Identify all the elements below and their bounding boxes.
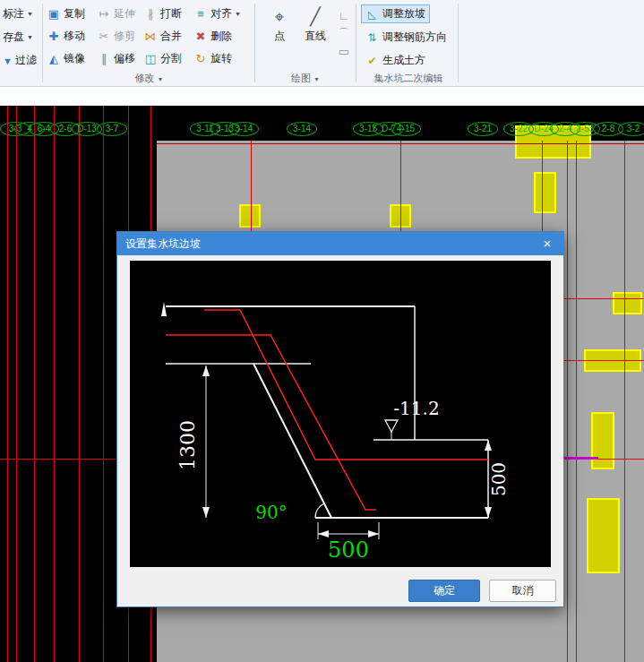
rebar-direction-icon: ⇅ [365,31,379,44]
trim-icon: ✂ [97,30,111,43]
mirror-button[interactable]: ◭ 镜像 [47,51,97,66]
right-height-label: 500 [488,462,510,496]
generate-earthwork-button[interactable]: ✔ 生成土方 [361,51,430,70]
grid-line-vertical [79,106,80,662]
line-tool[interactable]: ╱ 直线 [299,5,331,44]
grid-line-vertical [34,106,35,662]
quick-column: 标注 ▼ 存盘 ▼ ▼ 过滤 [0,0,42,86]
sump-pit-slope-dialog: 设置集水坑边坡 × [116,231,564,607]
offset-button[interactable]: ∥ 偏移 [97,51,143,66]
grid-line-vertical [54,106,55,662]
ribbon-separator [42,4,43,82]
break-label: 打断 [160,6,182,21]
generate-earthwork-label: 生成土方 [382,53,425,68]
rotate-icon: ↻ [193,52,208,65]
rectangle-tool-icon[interactable]: ▭ [335,43,353,61]
arrow-icon [485,440,492,451]
depth-dimension-label: 1300 [176,420,199,470]
dialog-title: 设置集水坑边坡 [125,237,201,250]
chevron-down-icon: ▼ [27,11,33,17]
trim-button[interactable]: ✂ 修剪 [97,29,143,44]
sump-pit-group: ◺ 调整放坡 ⇅ 调整钢筋方向 ✔ 生成土方 集水坑二次编辑 [358,0,459,86]
arc-tool-icon[interactable]: ⌒ [335,25,353,43]
arrow-icon [368,530,379,537]
axis-bubble: 3-2 [618,122,644,136]
ribbon-separator [356,4,356,82]
align-icon: ≡ [193,7,208,21]
merge-label: 合并 [160,29,182,44]
draw-group: ⌖ 点 ╱ 直线 ∟ ⌒ ▭ 绘图 ▼ [256,0,355,86]
ribbon-separator [458,4,459,82]
dialog-close-button[interactable]: × [538,232,556,255]
delete-icon: ✖ [193,30,208,43]
split-label: 分割 [160,51,182,66]
elevation-label: -11.2 [393,398,439,419]
cad-canvas[interactable]: 3-3 4 6-4 2-6 D-13 3-7 3-11 3-13 3-14 3-… [0,106,644,662]
arrow-icon [202,365,210,376]
draw-group-label[interactable]: 绘图 ▼ [256,72,355,85]
pit-box[interactable] [613,292,642,314]
line-label: 直线 [305,30,326,42]
axis-bubble: 4-15 [391,122,421,136]
split-icon: ◫ [143,52,158,65]
adjust-slope-button[interactable]: ◺ 调整放坡 [361,4,430,23]
align-button[interactable]: ≡ 对齐 ▼ [193,6,253,21]
annotate-menu[interactable]: 标注 ▼ [3,6,33,21]
move-label: 移动 [64,29,85,44]
rotate-button[interactable]: ↻ 旋转 [193,51,253,66]
grid-line-vertical [251,141,252,231]
delete-button[interactable]: ✖ 删除 [193,29,253,44]
pit-box[interactable] [587,498,620,573]
arrow-icon [161,302,167,316]
merge-button[interactable]: ⋈ 合并 [143,29,193,44]
cancel-button[interactable]: 取消 [489,580,556,602]
copy-label: 复制 [64,6,85,21]
extend-label: 延伸 [114,6,135,21]
options-bar [0,87,644,107]
extend-button[interactable]: ↦ 延伸 [97,6,143,21]
adjust-rebar-direction-label: 调整钢筋方向 [382,30,447,45]
point-icon: ⌖ [263,5,296,29]
selected-line-segment [564,457,598,460]
filter-label: 过滤 [15,53,37,68]
grid-line-vertical [576,141,577,662]
adjust-rebar-direction-button[interactable]: ⇅ 调整钢筋方向 [361,28,451,47]
pit-box[interactable] [239,204,261,228]
mirror-label: 镜像 [64,51,85,66]
application-window: 标注 ▼ 存盘 ▼ ▼ 过滤 ▣ 复制 ↦ 延伸 [0,0,644,662]
chevron-down-icon: ▼ [313,76,320,82]
angle-arc [315,503,324,518]
section-preview: 1300 -11.2 500 500 [130,261,551,567]
offset-icon: ∥ [97,52,111,65]
grid-line-vertical [567,141,568,662]
ok-button[interactable]: 确定 [408,580,480,602]
adjust-slope-label: 调整放坡 [382,6,425,21]
modify-grid: ▣ 复制 ↦ 延伸 ∦ 打断 ≡ 对齐 ▼ ✚ 移动 [47,3,253,70]
pit-box[interactable] [534,172,556,213]
modify-group-label[interactable]: 修改 ▼ [45,72,253,85]
break-button[interactable]: ∦ 打断 [143,6,193,21]
filter-button[interactable]: ▼ 过滤 [3,53,37,68]
mirror-icon: ◭ [47,52,61,65]
point-tool[interactable]: ⌖ 点 [263,5,296,44]
chevron-down-icon: ▼ [235,11,241,17]
arrow-icon [202,507,210,518]
grid-line-vertical [103,106,104,662]
save-menu[interactable]: 存盘 ▼ [3,30,33,45]
pit-box[interactable] [591,412,614,469]
delete-label: 删除 [210,29,232,44]
dialog-titlebar[interactable]: 设置集水坑边坡 × [117,232,563,255]
grid-line-horizontal [564,360,644,361]
grid-line-vertical [542,141,543,231]
trim-label: 修剪 [114,29,135,44]
grid-line-horizontal [157,143,644,144]
slope-icon: ◺ [365,8,379,21]
annotate-label: 标注 [3,6,24,21]
rebar-line [204,310,488,460]
copy-button[interactable]: ▣ 复制 [47,6,97,21]
move-button[interactable]: ✚ 移动 [47,29,97,44]
elevation-marker-icon [385,420,398,432]
chevron-down-icon: ▼ [158,76,164,82]
split-button[interactable]: ◫ 分割 [143,51,193,66]
polyline-tool-icon[interactable]: ∟ [335,7,353,25]
